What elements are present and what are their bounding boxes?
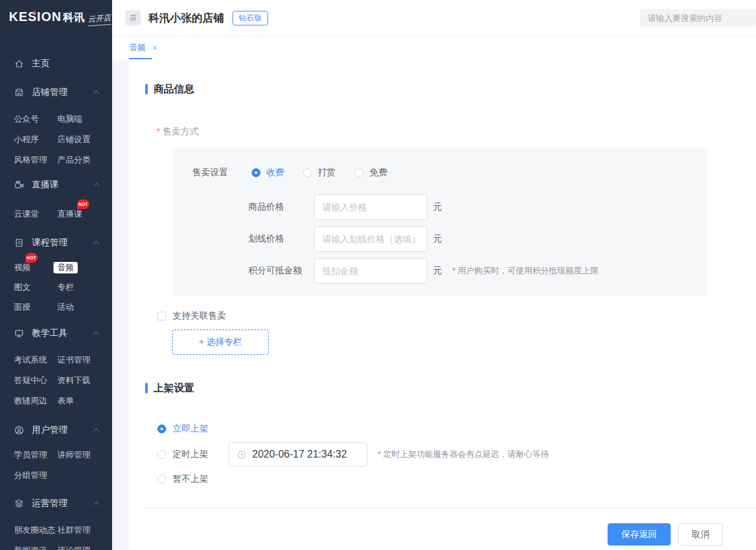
clock-icon [237,450,246,460]
sidebar-group-live: 云课堂 直播课HOT [14,208,112,220]
sidebar-section-course[interactable]: 课程管理 [14,237,112,249]
sidebar-group-course: 视频HOT 音频 图文 专栏 面授 活动 [14,262,112,313]
sale-method-label: *售卖方式 [157,126,756,138]
related-sale-label: 支持关联售卖 [173,310,226,322]
sidebar-item[interactable]: 社群管理 [57,525,90,536]
tabbar: 音频 × [112,36,756,61]
radio-option-tip[interactable]: 打赏 [303,167,336,178]
radio-option-free[interactable]: 免费 [355,167,387,178]
sidebar-item[interactable]: 资料下载 [57,375,90,386]
hot-badge: HOT [77,199,89,209]
sidebar-item[interactable]: 表单 [57,395,74,407]
tab-label: 音频 [129,42,146,54]
section-title: 上架设置 [153,382,194,395]
content-gutter [112,61,129,550]
related-sale-checkbox-row[interactable]: 支持关联售卖 [157,311,756,321]
sidebar-item[interactable]: 电脑端 [57,113,82,125]
line-price-input[interactable] [314,226,427,252]
radio-option-paid[interactable]: 收费 [252,167,284,178]
scheduled-label: 定时上架 [173,449,210,460]
price-input[interactable] [314,194,427,220]
sidebar-item[interactable]: 活动 [57,301,74,313]
close-icon[interactable]: × [152,43,157,52]
select-column-button[interactable]: + 选择专栏 [172,329,269,355]
sidebar-item[interactable]: 朋友圈动态 [14,525,55,536]
unit-label: 元 [433,265,442,277]
app-root: KESION科讯云开店 主页 店铺管理 公众号 电脑端 小程序 店铺设置 风格管… [0,0,756,550]
footer-divider [145,508,756,509]
sidebar-item-home[interactable]: 主页 [14,58,112,69]
logo-i-dot [33,11,36,13]
sidebar-item[interactable]: 答疑中心 [14,375,47,386]
sidebar-item[interactable]: 产品分类 [57,154,90,166]
points-note: * 用户购买时，可使用积分抵现额度上限 [452,265,599,277]
shelf-options: 立即上架 定时上架 2020-06-17 21:34:32 * 定时上架功能服务… [157,423,756,485]
sidebar-item[interactable]: 公众号 [14,113,39,125]
sidebar-section-tools[interactable]: 教学工具 [14,328,112,339]
footer-actions: 保存返回 取消 [145,523,756,546]
hot-badge: HOT [25,253,38,263]
sidebar-group-tools: 考试系统 证书管理 答疑中心 资料下载 教辅周边 表单 [14,354,112,407]
sidebar-item[interactable]: 证书管理 [57,354,90,366]
live-camera-icon [14,180,24,190]
sidebar-section-label: 直播课 [32,179,59,191]
unit-label: 元 [433,201,442,213]
unit-label: 元 [433,233,442,245]
chevron-up-icon [93,182,99,189]
sidebar-section-users[interactable]: 用户管理 [14,424,112,436]
radio-selected-icon [157,424,166,433]
scheduled-row: 定时上架 2020-06-17 21:34:32 * 定时上架功能服务器会有点延… [157,442,756,467]
sidebar-section-operations[interactable]: 运营管理 [14,498,112,509]
datetime-picker[interactable]: 2020-06-17 21:34:32 [229,442,367,467]
section-accent-bar [145,84,148,94]
logo-slogan: 云开店 [87,13,111,26]
price-label: 商品价格 [248,201,314,213]
sidebar-section-label: 课程管理 [32,237,68,249]
chevron-up-icon [93,331,99,337]
main-area: 科汛小张的店铺 钻石版 音频 × 商品信息 *售卖方式 [112,0,756,550]
logo[interactable]: KESION科讯云开店 [0,0,112,25]
sidebar-item-video-hot[interactable]: 视频HOT [14,262,31,273]
section-shelf-settings: 上架设置 [145,383,756,393]
section-title: 商品信息 [153,83,194,96]
tab-audio[interactable]: 音频 × [129,36,157,59]
radio-selected-icon [252,168,260,177]
radio-option-immediate[interactable]: 立即上架 [157,423,756,435]
logo-brand-cn: 科讯 [63,11,85,24]
save-return-button[interactable]: 保存返回 [608,523,671,546]
sidebar-item[interactable]: 专栏 [57,282,74,293]
sidebar-group-store: 公众号 电脑端 小程序 店铺设置 风格管理 产品分类 [14,113,112,166]
sidebar-item[interactable]: 考试系统 [14,354,47,366]
sidebar-item[interactable]: 风格管理 [14,154,47,166]
sidebar-item[interactable]: 分组管理 [14,470,47,481]
sidebar-item[interactable]: 店铺设置 [57,134,90,145]
shop-icon [14,87,24,98]
sidebar-item-audio-selected[interactable]: 音频 [53,262,78,273]
radio-option-not-yet[interactable]: 暂不上架 [157,474,756,485]
sidebar: KESION科讯云开店 主页 店铺管理 公众号 电脑端 小程序 店铺设置 风格管… [0,0,112,550]
sidebar-item[interactable]: 学员管理 [14,449,47,461]
sidebar-item[interactable]: 图文 [14,282,31,293]
sidebar-group-users: 学员管理 讲师管理 分组管理 [14,449,112,481]
teaching-board-icon [14,328,24,338]
search-input[interactable] [640,9,756,27]
sidebar-section-live[interactable]: 直播课 [14,179,112,191]
sidebar-item[interactable]: 讲师管理 [57,449,90,461]
sidebar-item[interactable]: 评论管理 [57,545,90,550]
sidebar-item[interactable]: 面授 [14,301,31,313]
sidebar-item-live-hot[interactable]: 直播课HOT [57,208,82,220]
sidebar-item[interactable]: 小程序 [14,134,39,145]
cancel-button[interactable]: 取消 [678,523,723,546]
radio-icon [303,168,312,177]
sale-settings-panel: 售卖设置 收费 打赏 免费 [173,148,707,296]
sidebar-section-store[interactable]: 店铺管理 [14,87,112,98]
sidebar-item[interactable]: 云课堂 [14,208,39,220]
page-title: 科汛小张的店铺 [148,11,224,25]
version-badge[interactable]: 钻石版 [232,11,268,25]
sidebar-item[interactable]: 新闻资讯 [14,545,47,550]
checkbox-icon[interactable] [157,312,166,321]
points-field-row: 积分可抵金额 元 * 用户购买时，可使用积分抵现额度上限 [248,258,707,284]
radio-icon[interactable] [157,450,166,459]
points-input[interactable] [314,258,427,284]
sidebar-item[interactable]: 教辅周边 [14,395,47,407]
